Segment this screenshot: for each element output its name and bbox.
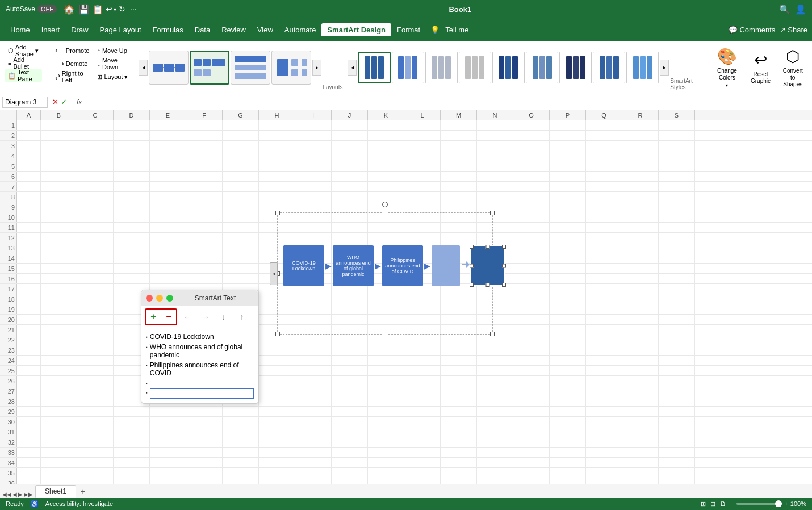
pane-input-5[interactable] [150, 388, 254, 399]
cell-N7[interactable] [477, 182, 513, 191]
cell-C5[interactable] [77, 161, 114, 171]
cell-P16[interactable] [550, 274, 586, 283]
cell-I22[interactable] [295, 335, 332, 345]
cell-A23[interactable] [17, 345, 41, 355]
cell-Q21[interactable] [586, 325, 622, 335]
cell-G34[interactable] [223, 458, 259, 467]
cell-K35[interactable] [368, 468, 404, 478]
cell-P26[interactable] [550, 376, 586, 386]
cell-B32[interactable] [41, 437, 77, 447]
style-thumb-2[interactable] [392, 52, 424, 83]
cell-C27[interactable] [77, 386, 114, 396]
cell-N28[interactable] [477, 396, 513, 406]
cell-B4[interactable] [41, 151, 77, 161]
cell-Q27[interactable] [586, 386, 622, 396]
cell-E13[interactable] [150, 243, 186, 253]
cell-O24[interactable] [513, 356, 550, 365]
cell-L9[interactable] [404, 202, 441, 212]
cell-D1[interactable] [114, 120, 150, 130]
cell-A13[interactable] [17, 243, 41, 253]
cell-N5[interactable] [477, 161, 513, 171]
cell-K36[interactable] [368, 478, 404, 484]
view-normal-icon[interactable]: ⊞ [701, 500, 706, 508]
cell-J26[interactable] [332, 376, 368, 386]
cell-H1[interactable] [259, 120, 295, 130]
add-shape-btn[interactable]: ⬡ Add Shape ▾ [5, 44, 42, 57]
indent-btn[interactable]: → [198, 309, 214, 325]
cell-M27[interactable] [441, 386, 477, 396]
cell-P24[interactable] [550, 356, 586, 365]
zoom-slider[interactable] [736, 503, 782, 505]
cell-D34[interactable] [114, 458, 150, 467]
cell-B33[interactable] [41, 448, 77, 457]
sheet-nav-next[interactable]: ▶ [18, 491, 23, 498]
cell-J29[interactable] [332, 407, 368, 416]
cell-M6[interactable] [441, 172, 477, 181]
layout-thumb-4[interactable] [271, 51, 311, 85]
cell-I23[interactable] [295, 345, 332, 355]
pane-minimize-dot[interactable] [156, 295, 163, 302]
cell-D12[interactable] [114, 233, 150, 243]
cell-H25[interactable] [259, 366, 295, 375]
cell-O4[interactable] [513, 151, 550, 161]
formula-input[interactable] [84, 98, 810, 106]
cell-M4[interactable] [441, 151, 477, 161]
cell-A10[interactable] [17, 212, 41, 222]
cell-B3[interactable] [41, 141, 77, 151]
col-header-n[interactable]: N [477, 110, 513, 120]
cell-G31[interactable] [223, 427, 259, 437]
smartart-box-3[interactable]: Philippines announces end of COVID [382, 245, 423, 286]
cell-K34[interactable] [368, 458, 404, 467]
cell-S33[interactable] [659, 448, 695, 457]
cell-R16[interactable] [622, 274, 659, 283]
cell-C23[interactable] [77, 345, 114, 355]
cell-K30[interactable] [368, 417, 404, 427]
cell-P10[interactable] [550, 212, 586, 222]
cell-N8[interactable] [477, 192, 513, 202]
cell-E29[interactable] [150, 407, 186, 416]
cell-J8[interactable] [332, 192, 368, 202]
cell-J2[interactable] [332, 131, 368, 140]
cell-P34[interactable] [550, 458, 586, 467]
cell-R34[interactable] [622, 458, 659, 467]
cell-L6[interactable] [404, 172, 441, 181]
cell-I28[interactable] [295, 396, 332, 406]
cell-K31[interactable] [368, 427, 404, 437]
cell-O32[interactable] [513, 437, 550, 447]
cell-A5[interactable] [17, 161, 41, 171]
smartart-collapse-handle[interactable]: ◂ [270, 262, 278, 285]
cell-P7[interactable] [550, 182, 586, 191]
cell-J23[interactable] [332, 345, 368, 355]
cell-E14[interactable] [150, 253, 186, 263]
cell-S3[interactable] [659, 141, 695, 151]
cell-C26[interactable] [77, 376, 114, 386]
cell-R30[interactable] [622, 417, 659, 427]
cell-M3[interactable] [441, 141, 477, 151]
cell-A21[interactable] [17, 325, 41, 335]
cell-N2[interactable] [477, 131, 513, 140]
cell-N29[interactable] [477, 407, 513, 416]
cell-G9[interactable] [223, 202, 259, 212]
cell-K9[interactable] [368, 202, 404, 212]
cell-R22[interactable] [622, 335, 659, 345]
cell-A15[interactable] [17, 264, 41, 273]
add-bullet-btn[interactable]: ≡ Add Bullet [5, 57, 42, 69]
cell-A17[interactable] [17, 284, 41, 294]
cell-A14[interactable] [17, 253, 41, 263]
cell-E35[interactable] [150, 468, 186, 478]
cell-M34[interactable] [441, 458, 477, 467]
cell-J5[interactable] [332, 161, 368, 171]
cell-Q10[interactable] [586, 212, 622, 222]
cell-B12[interactable] [41, 233, 77, 243]
cell-A2[interactable] [17, 131, 41, 140]
style-thumb-1[interactable] [358, 52, 390, 83]
cell-P2[interactable] [550, 131, 586, 140]
cell-F14[interactable] [186, 253, 223, 263]
cell-I8[interactable] [295, 192, 332, 202]
cell-B19[interactable] [41, 304, 77, 314]
cell-F10[interactable] [186, 212, 223, 222]
cell-P8[interactable] [550, 192, 586, 202]
cell-N25[interactable] [477, 366, 513, 375]
cell-C18[interactable] [77, 294, 114, 304]
cell-Q25[interactable] [586, 366, 622, 375]
